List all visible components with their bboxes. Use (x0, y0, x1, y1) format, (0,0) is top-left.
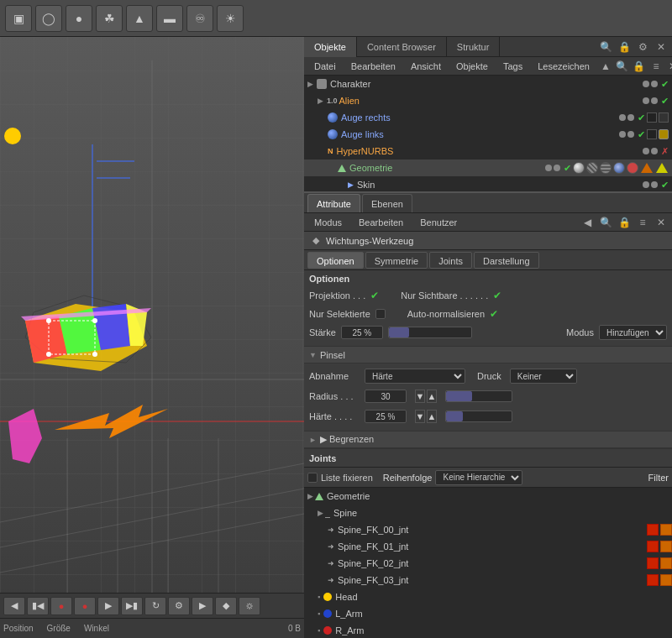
object-row-skin[interactable]: ▶ Skin ✔ (304, 176, 672, 193)
submenu-bearbeiten[interactable]: Bearbeiten (352, 215, 410, 230)
tab-struktur[interactable]: Struktur (447, 37, 501, 57)
menu-objekte[interactable]: Objekte (449, 58, 495, 75)
pinsel-row-abnahme: Abnahme Härte Druck Keiner (309, 367, 667, 385)
submenu-benutzer[interactable]: Benutzer (413, 215, 464, 230)
object-row-hypernurbs[interactable]: N HyperNURBS ✗ (304, 143, 672, 160)
menu-tags[interactable]: Tags (496, 58, 529, 75)
vp-forward-btn[interactable]: ▶ (97, 597, 119, 615)
subtab-darstellung[interactable]: Darstellung (474, 252, 539, 269)
viewport[interactable]: ◀ ▮◀ ● ● ▶ ▶▮ ↻ ⚙ ▶ ◆ ⛭ Position Größe W… (0, 37, 304, 638)
druck-dropdown[interactable]: Keiner (510, 369, 577, 384)
vp-play2-btn[interactable]: ● (74, 597, 96, 615)
tab-attribute[interactable]: Attribute (307, 194, 360, 212)
close-icon-menu[interactable]: ✕ (665, 59, 672, 74)
vp-gear-btn[interactable]: ⚙ (168, 597, 190, 615)
viewport-inner (0, 37, 304, 638)
vp-key-btn[interactable]: ◆ (215, 597, 237, 615)
toolbar-btn-sphere[interactable]: ● (66, 5, 92, 32)
vp-loop-btn[interactable]: ↻ (144, 597, 166, 615)
object-name-geometrie: Geometrie (349, 163, 545, 173)
viewport-label-angle: Winkel (84, 624, 109, 633)
lock-icon-menu[interactable]: 🔒 (632, 59, 647, 74)
vp-anim-btn[interactable]: ▶ (192, 597, 213, 615)
joint-name-geometrie: Geometrie (327, 491, 672, 501)
vp-skip-btn[interactable]: ▮◀ (27, 597, 49, 615)
pinsel-header[interactable]: ▼ Pinsel (304, 347, 672, 363)
search-icon-attr[interactable]: 🔍 (598, 215, 613, 230)
joint-row-spine[interactable]: ▶ ⎯ Spine (304, 505, 672, 521)
staerke-input[interactable] (341, 326, 383, 339)
joint-row-l-arm[interactable]: ▪ L_Arm (304, 605, 672, 622)
submenu-modus[interactable]: Modus (307, 215, 349, 230)
vp-end-btn[interactable]: ▶▮ (121, 597, 143, 615)
svg-marker-22 (8, 409, 42, 463)
toolbar-btn-torus[interactable]: ♾ (186, 5, 213, 32)
nur-selektierte-checkbox[interactable] (375, 309, 386, 319)
joint-row-spine-01[interactable]: ➜ Spine_FK_01_jnt (304, 538, 672, 555)
lock-icon-btn[interactable]: 🔒 (617, 39, 632, 55)
toolbar-btn-tree[interactable]: ☘ (96, 5, 123, 32)
toolbar-btn-bulb[interactable]: ☀ (217, 5, 244, 32)
subtab-optionen[interactable]: Optionen (307, 252, 364, 269)
close-icon-attr[interactable]: ✕ (654, 215, 669, 230)
subtab-symmetrie[interactable]: Symmetrie (365, 252, 428, 269)
toolbar-btn-cone[interactable]: ▲ (126, 5, 153, 32)
haerte-dec-btn[interactable]: ▼ (415, 410, 425, 423)
joint-box-spine-03 (647, 574, 659, 586)
object-row-geometrie[interactable]: Geometrie ✔ (304, 160, 672, 176)
joint-box2-spine-03 (660, 574, 672, 586)
vp-record-btn[interactable]: ● (50, 597, 72, 615)
joint-row-geometrie[interactable]: ▶ Geometrie (304, 488, 672, 505)
radius-dec-btn[interactable]: ▼ (415, 390, 425, 403)
tab-objekte[interactable]: Objekte (304, 37, 357, 57)
toolbar-btn-cube[interactable]: ▣ (5, 5, 32, 32)
object-row-charakter[interactable]: ▶ Charakter ✔ (304, 76, 672, 92)
tab-content-browser[interactable]: Content Browser (357, 37, 447, 57)
haerte-input[interactable] (365, 410, 407, 423)
joint-row-head[interactable]: ▪ Head (304, 588, 672, 605)
svg-point-25 (92, 318, 97, 323)
staerke-slider[interactable] (388, 327, 472, 338)
fixieren-checkbox[interactable] (307, 473, 318, 483)
lock-icon-attr[interactable]: 🔒 (617, 215, 632, 230)
search-icon-btn[interactable]: 🔍 (598, 39, 613, 55)
haerte-inc-btn[interactable]: ▲ (427, 410, 437, 423)
hierarchie-dropdown[interactable]: Keine Hierarchie (435, 470, 522, 485)
search-icon-menu[interactable]: 🔍 (615, 59, 630, 74)
subtab-joints[interactable]: Joints (429, 252, 472, 269)
object-list[interactable]: ▶ Charakter ✔ ▶ 1.0 Alien ✔ (304, 76, 672, 193)
joint-row-spine-02[interactable]: ➜ Spine_FK_02_jnt (304, 555, 672, 572)
toolbar-btn-strip[interactable]: ▬ (156, 5, 183, 32)
joint-row-spine-03[interactable]: ➜ Spine_FK_03_jnt (304, 572, 672, 588)
modus-dropdown[interactable]: Hinzufügen (599, 325, 667, 340)
joint-row-spine-00[interactable]: ➜ Spine_FK_00_jnt (304, 521, 672, 538)
more-icon-attr[interactable]: ≡ (635, 215, 650, 230)
object-row-auge-rechts[interactable]: Auge rechts ✔ (304, 109, 672, 126)
menu-ansicht[interactable]: Ansicht (404, 58, 448, 75)
top-toolbar: ▣ ◯ ● ☘ ▲ ▬ ♾ ☀ (0, 0, 672, 37)
arrow-back-icon[interactable]: ◀ (580, 215, 595, 230)
config-icon-btn[interactable]: ⚙ (635, 39, 650, 55)
object-row-alien[interactable]: ▶ 1.0 Alien ✔ (304, 92, 672, 109)
begrenzen-header[interactable]: ► ▶ Begrenzen (304, 431, 672, 448)
more-icon-menu[interactable]: ≡ (648, 59, 664, 74)
joint-name-r-arm: R_Arm (335, 625, 672, 635)
nur-sichtbare-label: Nur Sichtbare . . . . . . (401, 290, 488, 301)
vp-settings-btn[interactable]: ⛭ (239, 597, 260, 615)
abnahme-dropdown[interactable]: Härte (365, 369, 465, 384)
haerte-slider[interactable] (445, 411, 512, 422)
close-icon-btn[interactable]: ✕ (654, 39, 669, 55)
menu-bearbeiten[interactable]: Bearbeiten (344, 58, 402, 75)
menu-lesezeichen[interactable]: Lesezeichen (531, 58, 596, 75)
radius-input[interactable] (365, 390, 407, 403)
radius-inc-btn[interactable]: ▲ (427, 390, 437, 403)
toolbar-btn-circle[interactable]: ◯ (35, 5, 62, 32)
joint-row-r-arm[interactable]: ▪ R_Arm (304, 622, 672, 638)
object-row-auge-links[interactable]: Auge links ✔ (304, 126, 672, 143)
menu-datei[interactable]: Datei (307, 58, 343, 75)
radius-slider[interactable] (445, 390, 512, 402)
vp-play-btn[interactable]: ◀ (3, 597, 25, 615)
tab-ebenen[interactable]: Ebenen (362, 194, 412, 212)
joint-box-spine-01 (647, 541, 659, 552)
nav-left-icon[interactable]: ▲ (598, 59, 613, 74)
